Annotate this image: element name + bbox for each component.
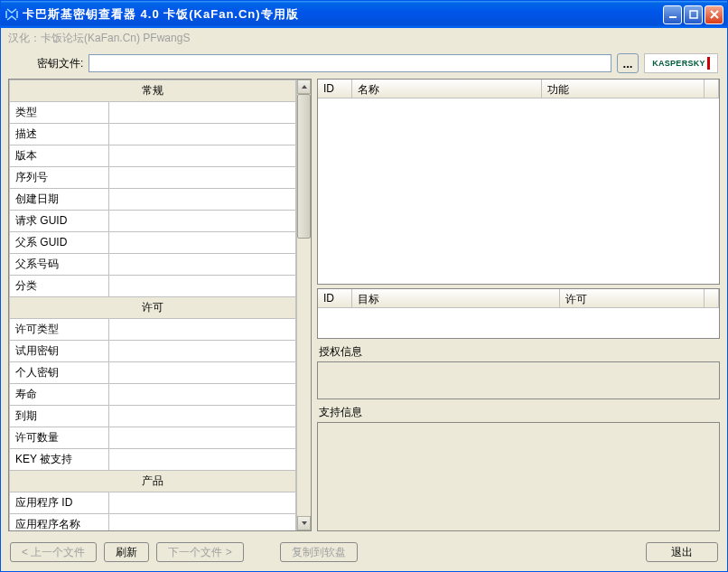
- close-button[interactable]: [705, 5, 723, 24]
- section-header: 许可: [10, 297, 296, 319]
- property-value: [109, 189, 296, 211]
- table-row[interactable]: 父系 GUID: [10, 232, 296, 254]
- property-value: [109, 254, 296, 276]
- table-row[interactable]: 试用密钥: [10, 341, 296, 362]
- titlebar: 卡巴斯基密钥查看器 4.0 卡饭(KaFan.Cn)专用版: [1, 1, 727, 28]
- property-value: [109, 102, 296, 124]
- functions-grid[interactable]: ID 名称 功能: [317, 79, 720, 285]
- table-row[interactable]: 描述: [10, 124, 296, 145]
- prev-file-button[interactable]: < 上一个文件: [10, 542, 97, 562]
- property-value: [109, 406, 296, 427]
- property-value: [109, 427, 296, 449]
- property-value: [109, 145, 296, 167]
- exit-button[interactable]: 退出: [646, 542, 718, 562]
- keyfile-input[interactable]: [89, 54, 611, 72]
- property-label: 寿命: [10, 384, 109, 406]
- refresh-button[interactable]: 刷新: [104, 542, 149, 562]
- table-row[interactable]: 父系号码: [10, 254, 296, 276]
- property-label: 父系 GUID: [10, 232, 109, 254]
- property-label: KEY 被支持: [10, 449, 109, 471]
- table-row[interactable]: 寿命: [10, 384, 296, 406]
- svg-rect-1: [690, 11, 697, 18]
- scroll-down-button[interactable]: [297, 516, 311, 530]
- table-row[interactable]: 类型: [10, 102, 296, 124]
- property-label: 个人密钥: [10, 362, 109, 384]
- property-value: [109, 124, 296, 145]
- window-title: 卡巴斯基密钥查看器 4.0 卡饭(KaFan.Cn)专用版: [23, 6, 663, 23]
- copy-floppy-button[interactable]: 复制到软盘: [280, 542, 358, 562]
- table-row[interactable]: 应用程序 ID: [10, 492, 296, 514]
- property-value: [109, 211, 296, 232]
- col-spacer: [705, 289, 719, 307]
- property-value: [109, 276, 296, 297]
- brand-logo: KASPERSKY: [644, 53, 718, 73]
- minimize-button[interactable]: [663, 5, 682, 24]
- functions-grid-body[interactable]: [318, 98, 719, 284]
- table-row[interactable]: 许可类型: [10, 319, 296, 341]
- property-label: 应用程序名称: [10, 514, 109, 531]
- property-value: [109, 319, 296, 341]
- section-header: 常规: [10, 80, 296, 102]
- property-label: 许可数量: [10, 427, 109, 449]
- property-value: [109, 362, 296, 384]
- targets-grid-body[interactable]: [318, 308, 719, 338]
- property-label: 父系号码: [10, 254, 109, 276]
- property-value: [109, 167, 296, 189]
- keyfile-label: 密钥文件:: [37, 56, 83, 71]
- svg-rect-0: [669, 16, 677, 18]
- property-label: 应用程序 ID: [10, 492, 109, 514]
- col-license[interactable]: 许可: [560, 289, 705, 307]
- property-value: [109, 514, 296, 531]
- col-func[interactable]: 功能: [542, 80, 705, 98]
- next-file-button[interactable]: 下一个文件 >: [156, 542, 243, 562]
- maximize-button[interactable]: [684, 5, 703, 24]
- property-value: [109, 232, 296, 254]
- properties-table: 常规类型描述版本序列号创建日期请求 GUID父系 GUID父系号码分类许可许可类…: [9, 80, 296, 530]
- property-label: 试用密钥: [10, 341, 109, 362]
- property-value: [109, 341, 296, 362]
- property-label: 到期: [10, 406, 109, 427]
- browse-button[interactable]: ...: [617, 53, 639, 73]
- scroll-up-button[interactable]: [297, 80, 311, 94]
- targets-grid[interactable]: ID 目标 许可: [317, 288, 720, 339]
- scroll-thumb[interactable]: [297, 94, 311, 239]
- property-label: 描述: [10, 124, 109, 145]
- table-row[interactable]: 分类: [10, 276, 296, 297]
- table-row[interactable]: 应用程序名称: [10, 514, 296, 531]
- table-row[interactable]: 到期: [10, 406, 296, 427]
- table-row[interactable]: 请求 GUID: [10, 211, 296, 232]
- table-row[interactable]: 创建日期: [10, 189, 296, 211]
- property-value: [109, 449, 296, 471]
- table-row[interactable]: KEY 被支持: [10, 449, 296, 471]
- col-id[interactable]: ID: [318, 80, 352, 98]
- support-info-label: 支持信息: [317, 403, 720, 422]
- property-label: 版本: [10, 145, 109, 167]
- subtitle-text: 汉化：卡饭论坛(KaFan.Cn) PFwangS: [1, 28, 727, 52]
- app-icon: [5, 7, 19, 22]
- property-value: [109, 492, 296, 514]
- property-label: 分类: [10, 276, 109, 297]
- scrollbar[interactable]: [296, 80, 311, 530]
- property-label: 请求 GUID: [10, 211, 109, 232]
- col-target[interactable]: 目标: [352, 289, 560, 307]
- property-value: [109, 384, 296, 406]
- property-label: 创建日期: [10, 189, 109, 211]
- section-header: 产品: [10, 471, 296, 492]
- properties-pane: 常规类型描述版本序列号创建日期请求 GUID父系 GUID父系号码分类许可许可类…: [8, 79, 312, 531]
- table-row[interactable]: 版本: [10, 145, 296, 167]
- table-row[interactable]: 个人密钥: [10, 362, 296, 384]
- support-info-box: [317, 422, 720, 531]
- auth-info-label: 授权信息: [317, 342, 720, 361]
- col-id[interactable]: ID: [318, 289, 352, 307]
- table-row[interactable]: 序列号: [10, 167, 296, 189]
- property-label: 序列号: [10, 167, 109, 189]
- table-row[interactable]: 许可数量: [10, 427, 296, 449]
- property-label: 许可类型: [10, 319, 109, 341]
- col-name[interactable]: 名称: [352, 80, 542, 98]
- property-label: 类型: [10, 102, 109, 124]
- auth-info-box: [317, 361, 720, 399]
- col-spacer: [705, 80, 719, 98]
